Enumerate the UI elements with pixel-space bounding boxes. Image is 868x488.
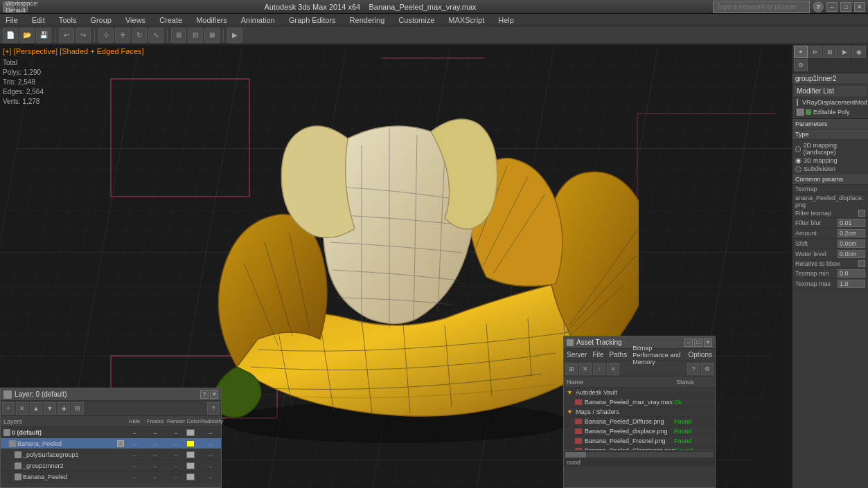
menu-item-views[interactable]: Views bbox=[123, 16, 148, 24]
menu-item-create[interactable]: Create bbox=[157, 16, 185, 24]
modifier-check-vray[interactable] bbox=[797, 99, 798, 106]
common-params-title[interactable]: Common params bbox=[792, 174, 868, 185]
redo-icon[interactable]: ↪ bbox=[76, 28, 91, 43]
snap-icon[interactable]: ⊞ bbox=[171, 28, 186, 43]
new-icon[interactable]: 📄 bbox=[3, 28, 18, 43]
open-icon[interactable]: 📂 bbox=[19, 28, 35, 43]
viewport-area[interactable]: [+] [Perspective] [Shaded + Edged Faces]… bbox=[0, 44, 792, 488]
layer-render-check[interactable]: – bbox=[166, 429, 186, 436]
layer-render-check[interactable]: – bbox=[166, 473, 186, 480]
relative-bbox-check[interactable] bbox=[858, 260, 865, 267]
menu-item-edit[interactable]: Edit bbox=[29, 16, 48, 24]
select-icon[interactable]: ⊹ bbox=[98, 28, 114, 43]
layer-render-check[interactable]: – bbox=[166, 451, 186, 458]
minimize-button[interactable]: – bbox=[826, 2, 838, 12]
asset-row[interactable]: Banana_Peeled_Glossiness.png Found bbox=[564, 446, 715, 450]
parameters-title[interactable]: Parameters bbox=[792, 119, 868, 129]
layer-freeze-check[interactable]: – bbox=[145, 462, 166, 469]
type-3d-radio[interactable] bbox=[795, 158, 801, 164]
layer-row[interactable]: Banana_Peeled – – – – bbox=[1, 471, 221, 482]
layer-freeze-check[interactable]: – bbox=[145, 473, 166, 480]
rp-hierarchy-icon[interactable]: ⊞ bbox=[823, 46, 837, 58]
asset-tb-settings[interactable]: ⚙ bbox=[701, 363, 714, 375]
asset-row[interactable]: Banana_Peeled_Diffuse.png Found bbox=[564, 417, 715, 426]
filter-texmap-check[interactable] bbox=[858, 210, 865, 217]
layer-row[interactable]: _group1Inner2 – – – – bbox=[1, 460, 221, 471]
asset-group-vault[interactable]: ▼ Autodesk Vault bbox=[564, 388, 715, 397]
menu-item-customize[interactable]: Customize bbox=[396, 16, 437, 24]
menu-item-animation[interactable]: Animation bbox=[238, 16, 278, 24]
amount-input[interactable] bbox=[838, 229, 865, 237]
modifier-item-vray[interactable]: VRayDisplacementMod bbox=[794, 98, 867, 107]
asset-menu-file[interactable]: File bbox=[592, 351, 603, 359]
layer-radiosity-check[interactable]: – bbox=[200, 451, 221, 458]
menu-item-modifiers[interactable]: Modifiers bbox=[193, 16, 230, 24]
menu-item-group[interactable]: Group bbox=[87, 16, 114, 24]
layer-radiosity-check[interactable]: – bbox=[200, 440, 221, 447]
layer-row[interactable]: Banana_Peeled – – – – bbox=[1, 438, 221, 449]
layer-color-swatch[interactable] bbox=[186, 429, 200, 436]
search-input[interactable] bbox=[713, 1, 810, 13]
modifier-check-epoly[interactable] bbox=[797, 109, 804, 116]
layer-render-check[interactable]: – bbox=[166, 440, 186, 447]
move-icon[interactable]: ✛ bbox=[115, 28, 130, 43]
asset-menu-bitmap[interactable]: Bitmap Performance and Memory bbox=[632, 345, 682, 365]
shift-input[interactable] bbox=[838, 240, 865, 248]
asset-tb-4[interactable]: ≡ bbox=[607, 363, 619, 375]
close-button[interactable]: ✕ bbox=[854, 2, 865, 12]
menu-item-help[interactable]: Help bbox=[495, 16, 517, 24]
layer-close-btn[interactable]: ✕ bbox=[210, 390, 218, 399]
rp-create-icon[interactable]: ✦ bbox=[794, 46, 808, 58]
layer-hide-check[interactable]: – bbox=[124, 451, 145, 458]
asset-close-btn[interactable]: ✕ bbox=[704, 338, 712, 347]
layer-hide-check[interactable]: – bbox=[124, 473, 145, 480]
layer-delete-btn[interactable]: ✕ bbox=[16, 402, 28, 415]
layer-hide-check[interactable]: – bbox=[124, 462, 145, 469]
viewport-3d[interactable]: [+] [Perspective] [Shaded + Edged Faces]… bbox=[0, 44, 792, 488]
type-2d-option[interactable]: 2D mapping (landscape) bbox=[795, 142, 865, 156]
asset-menu-server[interactable]: Server bbox=[567, 351, 587, 359]
asset-tb-2[interactable]: ✕ bbox=[579, 363, 592, 375]
layer-color-swatch[interactable] bbox=[186, 451, 200, 458]
mirror-icon[interactable]: ⊟ bbox=[188, 28, 203, 43]
asset-tb-help[interactable]: ? bbox=[687, 363, 700, 375]
asset-row[interactable]: Banana_Peeled_displace.png Found bbox=[564, 426, 715, 436]
menu-item-rendering[interactable]: Rendering bbox=[347, 16, 388, 24]
filter-blur-input[interactable] bbox=[838, 219, 865, 227]
type-3d-option[interactable]: 3D mapping bbox=[795, 157, 865, 164]
type-subdiv-option[interactable]: Subdivision bbox=[795, 165, 865, 172]
texmap-min-input[interactable] bbox=[838, 269, 865, 278]
layer-color-swatch[interactable] bbox=[186, 462, 200, 469]
layer-radiosity-check[interactable]: – bbox=[200, 473, 221, 480]
menu-item-file[interactable]: File bbox=[3, 16, 21, 24]
layer-merge-btn[interactable]: ⊞ bbox=[71, 402, 84, 415]
menu-item-tools[interactable]: Tools bbox=[56, 16, 80, 24]
asset-scrollbar-track[interactable] bbox=[565, 452, 714, 458]
layer-move-up-btn[interactable]: ▲ bbox=[30, 402, 42, 415]
rotate-icon[interactable]: ↻ bbox=[132, 28, 147, 43]
layer-move-down-btn[interactable]: ▼ bbox=[44, 402, 56, 415]
render-icon[interactable]: ▶ bbox=[227, 28, 242, 43]
layer-color-swatch[interactable] bbox=[186, 473, 200, 480]
layer-freeze-check[interactable]: – bbox=[145, 440, 166, 447]
help-button[interactable]: ? bbox=[813, 1, 824, 12]
scale-icon[interactable]: ⤡ bbox=[148, 28, 163, 43]
type-2d-radio[interactable] bbox=[795, 146, 801, 152]
type-subdiv-radio[interactable] bbox=[795, 166, 801, 172]
rp-motion-icon[interactable]: ▶ bbox=[838, 46, 851, 58]
layer-hide-check[interactable]: – bbox=[124, 440, 145, 447]
asset-minimize-btn[interactable]: – bbox=[684, 338, 693, 347]
layer-hide-check[interactable]: – bbox=[124, 429, 145, 436]
asset-row[interactable]: Banana_Peeled_max_vray.max Ok bbox=[564, 397, 715, 407]
save-icon[interactable]: 💾 bbox=[36, 28, 51, 43]
layer-color-swatch[interactable] bbox=[186, 440, 200, 447]
asset-row[interactable]: Banana_Peeled_Fresnel.png Found bbox=[564, 436, 715, 446]
water-level-input[interactable] bbox=[838, 250, 865, 258]
menu-item-graph editors[interactable]: Graph Editors bbox=[286, 16, 339, 24]
layer-freeze-check[interactable]: – bbox=[145, 429, 166, 436]
layer-radiosity-check[interactable]: – bbox=[200, 462, 221, 469]
asset-tb-1[interactable]: ⊞ bbox=[565, 363, 578, 375]
align-icon[interactable]: ⊠ bbox=[204, 28, 220, 43]
asset-tb-3[interactable]: ↑ bbox=[593, 363, 605, 375]
undo-icon[interactable]: ↩ bbox=[59, 28, 74, 43]
